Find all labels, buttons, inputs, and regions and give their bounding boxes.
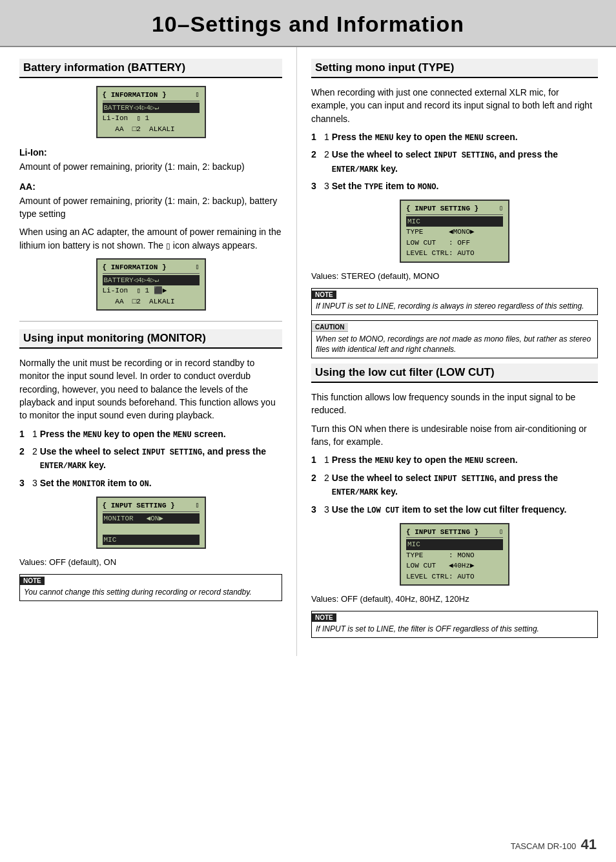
type-note-text: If INPUT is set to LINE, recording is al… [312,299,597,314]
type-intro: When recording with just one connected e… [311,86,598,125]
lowcut-step3-num: 3 [324,503,332,516]
monitor-lcd-title-text: { INPUT SETTING } [103,500,175,511]
lowcut-lcd-row2: LOW CUT ◀40Hz▶ [406,560,503,571]
lowcut-step1-text: Press the MENU key to open the MENU scre… [332,453,518,467]
type-steps: 1 Press the MENU key to open the MENU sc… [311,130,598,194]
battery-lcd1-batt-icon: ▯ [195,90,199,101]
battery-lcd2: { INFORMATION } ▯ BATTERY◁4▷4▷↵ Li-Ion ▯… [96,258,206,311]
monitor-step3-num: 3 [32,477,40,489]
monitor-step2-text: Use the wheel to select INPUT SETTING, a… [40,445,282,473]
battery-lcd2-row-highlight: BATTERY◁4▷4▷↵ [103,275,200,286]
type-lcd: { INPUT SETTING } ▯ MIC TYPE ◀MONO▶ LOW … [400,200,509,263]
battery-lcd1: { INFORMATION } ▯ BATTERY◁4▷4▷↵ Li-Ion ▯… [96,86,206,138]
lowcut-lcd-row3: LEVEL CTRL: AUTO [406,571,503,582]
type-lcd-row2: LOW CUT : OFF [406,238,503,249]
monitor-lcd-title: { INPUT SETTING } ▯ [103,500,200,512]
lowcut-lcd-row1: TYPE : MONO [406,550,503,561]
monitor-note: NOTE You cannot change this setting duri… [19,574,282,601]
lowcut-lcd-title-text: { INPUT SETTING } [406,527,478,538]
battery-lcd2-title-text: { INFORMATION } [103,262,167,273]
monitor-intro: Normally the unit must be recording or i… [19,356,282,422]
monitor-step1-num: 1 [32,427,40,440]
monitor-values: Values: OFF (default), ON [19,557,282,569]
page-title: 10–Settings and Information [0,12,616,37]
type-lcd-wrapper: { INPUT SETTING } ▯ MIC TYPE ◀MONO▶ LOW … [311,200,598,263]
lowcut-lcd: { INPUT SETTING } ▯ MIC TYPE : MONO LOW … [400,523,509,586]
type-note-label: NOTE [312,291,336,299]
right-column: Setting mono input (TYPE) When recording… [297,47,616,656]
type-lcd-row1: TYPE ◀MONO▶ [406,227,503,238]
monitor-lcd-row-empty [103,524,200,535]
lowcut-note: NOTE If INPUT is set to LINE, the filter… [311,611,598,638]
monitor-step3-text: Set the MONITOR item to ON. [40,477,152,490]
lowcut-step1: 1 Press the MENU key to open the MENU sc… [311,453,598,467]
type-step3: 3 Set the TYPE item to MONO. [311,180,598,193]
type-step3-num: 3 [324,180,332,192]
battery-lcd2-batt-icon: ▯ [195,262,199,273]
battery-lcd1-row2: AA □2 ALKALI [103,124,200,135]
page-footer: TASCAM DR-100 41 [511,836,597,853]
aa-subheading: AA: [19,180,282,193]
battery-lcd2-title: { INFORMATION } ▯ [103,262,200,274]
type-values: Values: STEREO (default), MONO [311,271,598,283]
monitor-step1: 1 Press the MENU key to open the MENU sc… [19,427,282,441]
lowcut-lcd-row0: MIC [406,539,503,550]
battery-lcd1-title: { INFORMATION } ▯ [103,90,200,101]
lowcut-step1-num: 1 [324,453,332,466]
battery-lcd1-row-highlight: BATTERY◁4▷4▷↵ [103,103,200,114]
lowcut-heading: Using the low cut filter (LOW CUT) [311,364,598,383]
type-lcd-row0: MIC [406,216,503,227]
battery-lcd2-row2: AA □2 ALKALI [103,296,200,307]
lowcut-step3-text: Use the LOW CUT item to set the low cut … [332,503,567,517]
type-caution-label: CAUTION [312,323,348,332]
monitor-step3: 3 Set the MONITOR item to ON. [19,477,282,490]
lowcut-intro1: This function allows low frequency sound… [311,391,598,417]
page-header: 10–Settings and Information [0,0,616,47]
left-column: Battery information (BATTERY) { INFORMAT… [0,47,297,656]
monitor-lcd: { INPUT SETTING } ▯ MONITOR ◀ON▶ MIC [96,497,206,549]
lowcut-lcd-wrapper: { INPUT SETTING } ▯ MIC TYPE : MONO LOW … [311,523,598,586]
type-step1: 1 Press the MENU key to open the MENU sc… [311,130,598,144]
monitor-note-label: NOTE [20,577,45,585]
type-section: Setting mono input (TYPE) When recording… [311,59,598,358]
type-step2-num: 2 [324,148,332,161]
type-step1-text: Press the MENU key to open the MENU scre… [332,130,518,144]
monitor-heading: Using input monitoring (MONITOR) [19,329,282,349]
lowcut-values: Values: OFF (default), 40Hz, 80HZ, 120Hz [311,593,598,606]
lowcut-section: Using the low cut filter (LOW CUT) This … [311,364,598,638]
monitor-step1-text: Press the MENU key to open the MENU scre… [40,427,226,441]
type-lcd-title-text: { INPUT SETTING } [406,203,478,214]
type-lcd-row3: LEVEL CTRL: AUTO [406,248,503,259]
type-caution-text: When set to MONO, recordings are not mad… [312,332,597,358]
monitor-note-text: You cannot change this setting during re… [20,585,282,600]
lowcut-lcd-batt-icon: ▯ [499,527,503,538]
battery-heading: Battery information (BATTERY) [19,59,282,78]
lowcut-step2-num: 2 [324,471,332,484]
lowcut-intro2: Turn this ON when there is undesirable n… [311,422,598,449]
battery-lcd1-row1: Li-Ion ▯ 1 [103,113,200,124]
battery-lcd1-wrapper: { INFORMATION } ▯ BATTERY◁4▷4▷↵ Li-Ion ▯… [19,86,282,138]
lowcut-step2-text: Use the wheel to select INPUT SETTING, a… [332,471,598,499]
type-lcd-title: { INPUT SETTING } ▯ [406,203,503,215]
monitor-steps: 1 Press the MENU key to open the MENU sc… [19,427,282,491]
type-heading: Setting mono input (TYPE) [311,59,598,78]
type-step3-text: Set the TYPE item to MONO. [332,180,439,193]
monitor-lcd-wrapper: { INPUT SETTING } ▯ MONITOR ◀ON▶ MIC [19,497,282,549]
battery-lcd1-title-text: { INFORMATION } [103,90,167,101]
type-caution: CAUTION When set to MONO, recordings are… [311,320,598,359]
left-section-divider [19,321,282,322]
aa-text1: Amount of power remaining, priority (1: … [19,194,282,221]
footer-brand: TASCAM DR-100 [511,841,577,851]
type-step2-text: Use the wheel to select INPUT SETTING, a… [332,148,598,176]
type-note: NOTE If INPUT is set to LINE, recording … [311,288,598,315]
type-step2: 2 Use the wheel to select INPUT SETTING,… [311,148,598,176]
lowcut-steps: 1 Press the MENU key to open the MENU sc… [311,453,598,517]
battery-lcd2-row1: Li-Ion ▯ 1 ⬛▶ [103,285,200,296]
li-ion-subheading: Li-Ion: [19,146,282,159]
aa-text2: When using an AC adapter, the amount of … [19,225,282,252]
li-ion-text: Amount of power remaining, priority (1: … [19,160,282,173]
type-lcd-batt-icon: ▯ [499,203,503,214]
monitor-lcd-row-mic: MIC [103,535,200,546]
battery-lcd2-wrapper: { INFORMATION } ▯ BATTERY◁4▷4▷↵ Li-Ion ▯… [19,258,282,311]
battery-section: Battery information (BATTERY) { INFORMAT… [19,59,282,311]
